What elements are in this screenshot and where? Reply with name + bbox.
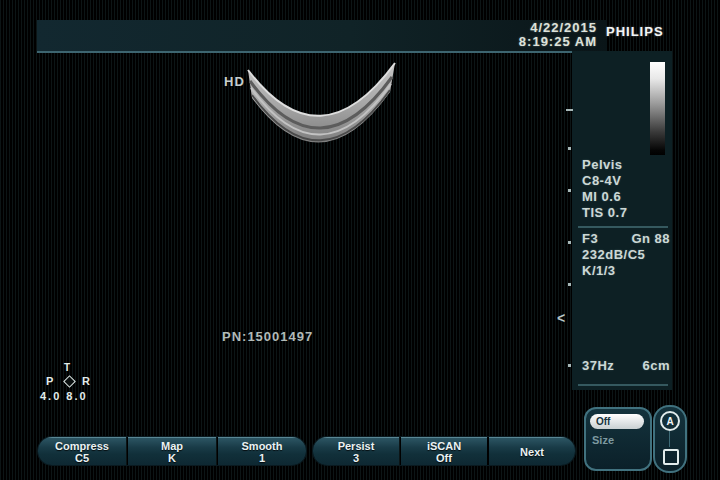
depth-tick <box>568 147 571 150</box>
date: 4/22/2015 <box>519 21 597 35</box>
softkey-label: Persist <box>338 440 375 452</box>
philips-logo: PHILIPS <box>606 24 664 39</box>
ultrasound-image-arc <box>200 55 450 165</box>
size-toggle[interactable]: Off <box>590 414 644 429</box>
patient-banner: 4/22/2015 8:19:25 AM <box>37 20 607 53</box>
depth-tick <box>568 364 571 367</box>
softkey-group-right: Persist 3 iSCAN Off Next <box>313 437 575 465</box>
softkey-label: Compress <box>55 440 109 452</box>
softkey-label: Map <box>161 440 183 452</box>
gain-value: Gn 88 <box>631 231 670 247</box>
size-toggle-value: Off <box>590 416 610 427</box>
dynamic-range-value: 232dB/C5 <box>582 247 645 263</box>
ultrasound-screen: 4/22/2015 8:19:25 AM PHILIPS HD PN:15001… <box>0 0 720 480</box>
softkey-label: Smooth <box>242 440 283 452</box>
softkey-value: K <box>168 452 176 464</box>
parameter-panel: Pelvis C8-4V MI 0.6 TIS 0.7 F3 Gn 88 232… <box>572 51 672 390</box>
softkey-value: Off <box>436 452 452 464</box>
softkey-persist[interactable]: Persist 3 <box>313 437 399 465</box>
tis-value: TIS 0.7 <box>582 205 627 221</box>
depth-tick <box>568 189 571 192</box>
grayscale-bar <box>650 62 665 155</box>
frame-rate-value: 37Hz <box>582 358 614 374</box>
time: 8:19:25 AM <box>519 35 597 49</box>
orientation-diamond-icon <box>63 375 76 388</box>
depth-value: 6cm <box>642 358 670 374</box>
map-value: K/1/3 <box>582 263 616 279</box>
panel-divider <box>578 226 668 228</box>
softkey-compress[interactable]: Compress C5 <box>38 437 126 465</box>
size-control-panel: Off Size <box>584 407 652 471</box>
softkey-group-left: Compress C5 Map K Smooth 1 <box>38 437 306 465</box>
orientation-right: R <box>82 375 90 387</box>
softkey-iscan[interactable]: iSCAN Off <box>401 437 487 465</box>
focus-marker-icon: < <box>557 310 565 326</box>
softkey-smooth[interactable]: Smooth 1 <box>218 437 306 465</box>
stop-square-icon[interactable] <box>663 449 679 465</box>
depth-tick <box>568 241 571 244</box>
depth-tick <box>568 283 571 286</box>
datetime: 4/22/2015 8:19:25 AM <box>519 21 597 49</box>
mi-value: MI 0.6 <box>582 189 621 205</box>
softkey-value: 3 <box>353 452 359 464</box>
panel-divider-bottom <box>578 384 668 386</box>
auto-panel-divider <box>669 431 670 447</box>
depth-tick <box>566 109 573 111</box>
orientation-left: P <box>46 375 53 387</box>
softkey-value: C5 <box>75 452 89 464</box>
focus-value: F3 <box>582 231 598 247</box>
framerate-depth-row: 37Hz 6cm <box>582 358 670 374</box>
softkey-map[interactable]: Map K <box>128 437 216 465</box>
frequency-values: 4.0 8.0 <box>40 390 88 402</box>
orientation-top: T <box>64 362 70 373</box>
softkey-label: Next <box>520 446 544 458</box>
softkey-label: iSCAN <box>427 440 461 452</box>
orientation-marker: T P R 4.0 8.0 <box>40 362 98 410</box>
size-label: Size <box>592 434 614 446</box>
transducer-name: C8-4V <box>582 173 621 189</box>
auto-icon: A <box>666 416 673 427</box>
softkey-value: 1 <box>259 452 265 464</box>
auto-control-panel: A <box>653 405 687 473</box>
part-number-label: PN:15001497 <box>222 329 313 344</box>
softkey-next[interactable]: Next <box>489 437 575 465</box>
exam-preset: Pelvis <box>582 157 623 173</box>
focus-gain-row: F3 Gn 88 <box>582 231 670 247</box>
auto-button[interactable]: A <box>660 411 680 431</box>
